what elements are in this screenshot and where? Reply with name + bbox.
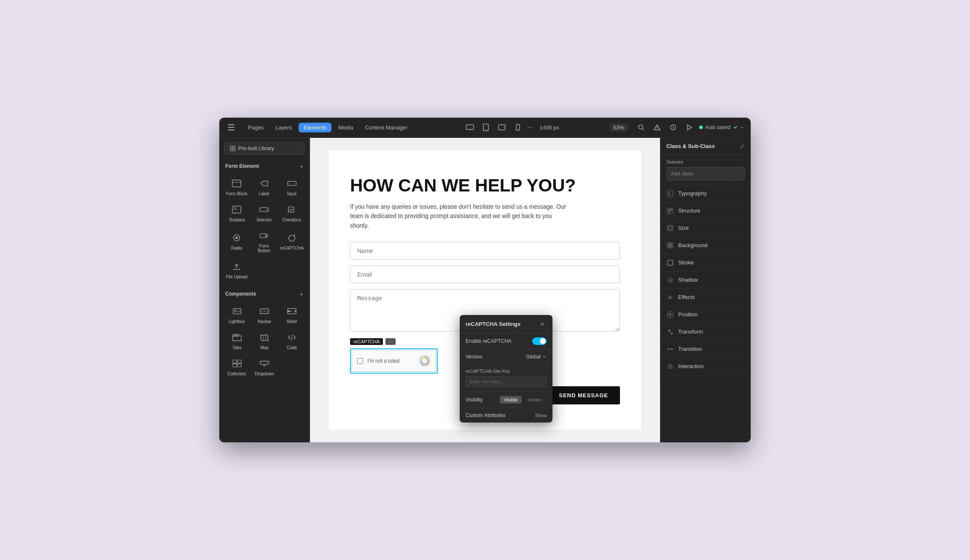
tab-layers[interactable]: Layers: [270, 123, 297, 132]
warning-btn[interactable]: [651, 121, 663, 133]
form-elements-grid: Form Block Label Input: [219, 172, 310, 287]
enable-recaptcha-toggle[interactable]: [532, 337, 547, 345]
selector-icon: [257, 204, 271, 215]
site-key-input[interactable]: [466, 376, 547, 387]
style-effects[interactable]: Effects: [660, 289, 751, 306]
style-transition[interactable]: Transition: [660, 341, 751, 358]
slider-icon: [285, 305, 299, 317]
element-form-button[interactable]: Form Button: [251, 226, 278, 256]
dropdown-icon: [258, 358, 271, 369]
tab-pages[interactable]: Pages: [243, 123, 269, 132]
version-value[interactable]: Global: [526, 354, 547, 360]
element-radio[interactable]: Radio: [224, 226, 250, 256]
svg-rect-21: [232, 180, 241, 187]
tab-elements[interactable]: Elements: [299, 123, 331, 132]
element-navbar[interactable]: Navbar: [251, 302, 278, 327]
background-icon: [666, 242, 674, 249]
components-header: Components ▲: [219, 287, 310, 300]
element-map[interactable]: Map: [251, 328, 278, 353]
canvas-area[interactable]: HOW CAN WE HELP YOU? If you have any que…: [310, 138, 660, 442]
element-tabs[interactable]: Tabs: [224, 328, 250, 353]
viewport-tablet[interactable]: [479, 122, 493, 132]
element-recaptcha[interactable]: reCAPTCHA: [278, 226, 305, 256]
element-collection[interactable]: Collection: [224, 354, 250, 380]
form-subtext: If you have any queries or issues, pleas…: [350, 202, 569, 230]
site-key-section: reCAPTCHA Site Key: [460, 364, 552, 392]
form-element-chevron[interactable]: ▲: [299, 164, 304, 168]
style-position[interactable]: Position: [660, 306, 751, 323]
element-slider[interactable]: Slider: [279, 302, 305, 327]
zoom-control[interactable]: 63%: [610, 124, 628, 132]
style-stroke[interactable]: Stroke: [660, 254, 751, 272]
recaptcha-selected-outline[interactable]: I'm not a robot: [350, 348, 438, 374]
form-element-header: Form Element ▲: [219, 159, 310, 172]
hamburger-menu[interactable]: [226, 121, 238, 133]
element-selector[interactable]: Selector: [251, 200, 278, 226]
svg-rect-52: [237, 364, 241, 367]
components-chevron[interactable]: ▲: [299, 291, 304, 296]
play-btn[interactable]: [683, 121, 695, 133]
background-label: Background: [678, 242, 707, 248]
transition-icon: [666, 345, 674, 353]
element-file-upload[interactable]: File Upload: [224, 257, 250, 283]
style-transform[interactable]: Transform: [660, 323, 751, 341]
interaction-label: Interaction: [678, 363, 704, 369]
search-btn[interactable]: [635, 121, 647, 133]
app-window: Pages Layers Elements Media Content Mana…: [219, 118, 751, 442]
element-label[interactable]: Label: [251, 174, 278, 199]
element-input[interactable]: Input: [278, 174, 305, 199]
style-typography[interactable]: T Typography: [660, 185, 751, 202]
recaptcha-icon: [285, 232, 299, 244]
file-upload-icon: [230, 261, 243, 272]
transform-icon: [666, 328, 674, 336]
top-nav: Pages Layers Elements Media Content Mana…: [219, 118, 751, 138]
effects-label: Effects: [678, 294, 695, 300]
right-sidebar: Class & Sub-Class ⤢ Selector Add class T…: [660, 138, 751, 442]
recaptcha-checkbox[interactable]: [357, 358, 363, 364]
recaptcha-settings-modal: reCAPTCHA Settings ✕ Enable reCAPTCHA Ve…: [460, 315, 552, 423]
enable-recaptcha-row: Enable reCAPTCHA: [460, 333, 552, 350]
svg-rect-17: [230, 146, 232, 148]
svg-rect-51: [233, 364, 237, 367]
send-message-btn[interactable]: SEND MESSAGE: [547, 386, 620, 404]
recaptcha-options-btn[interactable]: ···: [385, 338, 395, 345]
typography-label: Typography: [678, 190, 707, 197]
size-icon: [666, 224, 674, 232]
svg-point-8: [517, 129, 518, 130]
element-textarea[interactable]: Textarea: [224, 200, 250, 226]
viewport-desktop[interactable]: [463, 122, 477, 132]
element-form-block[interactable]: Form Block: [224, 174, 250, 199]
name-field[interactable]: [350, 242, 620, 260]
style-size[interactable]: Size: [660, 220, 751, 237]
shadow-icon: [666, 276, 674, 284]
show-attributes-btn[interactable]: Show: [535, 413, 547, 418]
nav-tabs: Pages Layers Elements Media Content Mana…: [243, 123, 412, 132]
modal-close-btn[interactable]: ✕: [538, 320, 547, 328]
element-code[interactable]: Code: [279, 328, 305, 353]
element-dropdown[interactable]: Dropdown: [251, 354, 278, 380]
expand-btn[interactable]: ⤢: [740, 143, 745, 150]
viewport-controls: ···: [463, 122, 533, 132]
tab-content-manager[interactable]: Content Manager: [360, 123, 412, 132]
prebuilt-library-btn[interactable]: Pre-built Library: [224, 142, 304, 155]
typography-icon: T: [666, 190, 674, 197]
email-field[interactable]: [350, 266, 620, 283]
element-lightbox[interactable]: Lightbox: [224, 302, 250, 327]
element-checkbox[interactable]: Checkbox: [278, 200, 305, 226]
viewport-tablet-landscape[interactable]: [495, 122, 509, 132]
style-shadow[interactable]: Shadow: [660, 272, 751, 289]
main-layout: Pre-built Library Form Element ▲ Form Bl…: [219, 138, 751, 442]
add-class-btn[interactable]: Add class: [666, 167, 745, 180]
info-btn[interactable]: [667, 121, 679, 133]
style-interaction[interactable]: Interaction: [660, 358, 751, 375]
site-key-label: reCAPTCHA Site Key: [466, 369, 547, 374]
components-grid: Lightbox Navbar Slider: [219, 300, 310, 384]
tab-media[interactable]: Media: [333, 123, 358, 132]
hidden-btn[interactable]: Hidden: [523, 396, 547, 404]
visible-btn[interactable]: Visible: [500, 396, 522, 404]
style-structure[interactable]: Structure: [660, 202, 751, 220]
viewport-more[interactable]: ···: [527, 124, 533, 131]
viewport-mobile[interactable]: [511, 122, 525, 132]
style-background[interactable]: Background: [660, 237, 751, 254]
svg-point-74: [671, 348, 673, 350]
